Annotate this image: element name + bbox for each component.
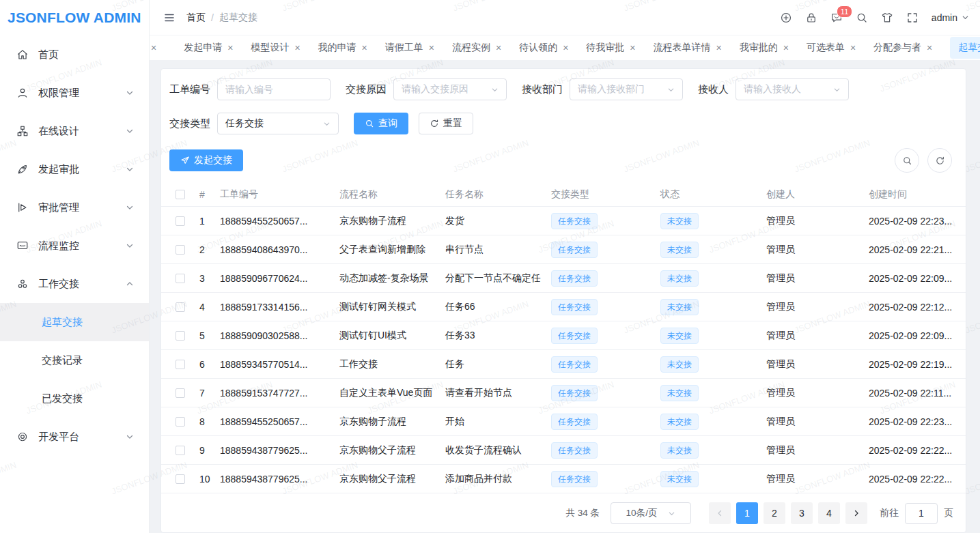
col-status: 状态 xyxy=(660,188,766,201)
breadcrumb-home[interactable]: 首页 xyxy=(186,12,206,24)
sidebar-item-permissions[interactable]: 权限管理 xyxy=(0,74,149,112)
handover-icon xyxy=(16,278,29,290)
row-created-time: 2025-02-09 22:11... xyxy=(869,388,959,399)
close-icon[interactable]: × xyxy=(294,43,300,53)
close-icon[interactable]: × xyxy=(850,43,856,53)
user-icon xyxy=(16,87,29,99)
chevron-down-icon xyxy=(126,165,134,173)
row-index: 1 xyxy=(199,216,220,227)
order-no-input[interactable] xyxy=(225,84,322,95)
status-badge: 未交接 xyxy=(660,213,699,229)
launch-handover-button[interactable]: 发起交接 xyxy=(169,149,243,171)
tab-draft-handover[interactable]: 起草交接× xyxy=(950,37,980,59)
row-task-name: 任务33 xyxy=(445,330,551,342)
tab-clipped[interactable]: × xyxy=(151,43,156,53)
reason-select[interactable]: 请输入交接原因 xyxy=(393,78,507,100)
chevron-right-icon xyxy=(852,509,860,517)
tab-process-form-detail[interactable]: 流程表单详情× xyxy=(654,42,722,54)
sidebar-subitem-label: 已发交接 xyxy=(42,392,83,405)
row-checkbox[interactable] xyxy=(176,302,185,312)
lock-icon[interactable] xyxy=(805,12,817,24)
page-button-3[interactable]: 3 xyxy=(791,502,813,524)
row-checkbox[interactable] xyxy=(176,360,185,369)
page-size-select[interactable]: 10条/页 xyxy=(611,502,691,524)
reset-button-label: 重置 xyxy=(443,117,462,130)
close-icon[interactable]: × xyxy=(630,43,635,53)
page-size-value: 10条/页 xyxy=(626,507,658,519)
close-icon[interactable]: × xyxy=(362,43,367,53)
theme-shirt-icon[interactable] xyxy=(881,12,893,24)
page-button-4[interactable]: 4 xyxy=(818,502,840,524)
tab-assign-participant[interactable]: 分配参与者× xyxy=(873,42,932,54)
tab-to-claim[interactable]: 待认领的× xyxy=(519,42,568,54)
tab-my-request[interactable]: 我的申请× xyxy=(318,42,367,54)
tab-selectable-form[interactable]: 可选表单× xyxy=(807,42,856,54)
sidebar-subitem-label: 交接记录 xyxy=(42,354,83,367)
table-row: 4 188859173314156... 测试钉钉网关模式 任务66 任务交接 … xyxy=(161,293,966,321)
close-icon[interactable]: × xyxy=(151,43,156,53)
page-button-1[interactable]: 1 xyxy=(736,502,758,524)
sidebar-item-online-design[interactable]: 在线设计 xyxy=(0,112,149,150)
circle-plus-icon[interactable] xyxy=(780,12,792,24)
user-menu[interactable]: admin xyxy=(932,12,969,23)
close-icon[interactable]: × xyxy=(783,43,789,53)
select-placeholder: 请输入接收部门 xyxy=(578,83,645,96)
goto-page-input[interactable] xyxy=(905,503,938,524)
next-page-button[interactable] xyxy=(845,502,867,524)
sidebar-item-process-monitor[interactable]: 流程监控 xyxy=(0,227,149,265)
sidebar-subitem-sent-handover[interactable]: 已发交接 xyxy=(0,379,149,418)
page-button-2[interactable]: 2 xyxy=(764,502,785,524)
tab-leave-order[interactable]: 请假工单× xyxy=(385,42,434,54)
table-search-button[interactable] xyxy=(895,148,919,173)
fullscreen-icon[interactable] xyxy=(906,12,919,24)
prev-page-button[interactable] xyxy=(709,502,731,524)
dept-select[interactable]: 请输入接收部门 xyxy=(570,78,683,100)
sidebar-item-home[interactable]: 首页 xyxy=(0,35,149,74)
sidebar-item-launch-approval[interactable]: 发起审批 xyxy=(0,150,149,188)
sidebar-item-work-handover[interactable]: 工作交接 xyxy=(0,265,149,303)
select-placeholder: 请输入接收人 xyxy=(744,83,801,96)
row-checkbox[interactable] xyxy=(176,216,185,226)
search-icon[interactable] xyxy=(856,12,868,24)
sidebar-item-dev-platform[interactable]: 开发平台 xyxy=(0,418,149,456)
sidebar-subitem-handover-records[interactable]: 交接记录 xyxy=(0,341,149,379)
table-row: 3 188859096770624... 动态加减签-复杂场景 分配下一节点不确… xyxy=(161,264,966,293)
tab-launch-request[interactable]: 发起申请× xyxy=(184,42,233,54)
close-icon[interactable]: × xyxy=(227,43,233,53)
type-select[interactable]: 任务交接 xyxy=(217,113,339,134)
col-creator: 创建人 xyxy=(766,188,869,201)
sidebar-fold-icon[interactable] xyxy=(163,12,176,24)
row-created-time: 2025-02-09 22:09... xyxy=(869,330,959,341)
close-icon[interactable]: × xyxy=(716,43,722,53)
select-all-checkbox[interactable] xyxy=(176,190,185,199)
close-icon[interactable]: × xyxy=(927,43,932,53)
row-checkbox[interactable] xyxy=(176,331,185,341)
receiver-select[interactable]: 请输入接收人 xyxy=(736,78,849,100)
chevron-down-icon xyxy=(323,120,331,128)
reset-button[interactable]: 重置 xyxy=(419,113,473,134)
row-checkbox[interactable] xyxy=(176,388,185,398)
tab-model-design[interactable]: 模型设计× xyxy=(251,42,300,54)
close-icon[interactable]: × xyxy=(496,43,501,53)
row-task-name: 串行节点 xyxy=(445,244,551,256)
row-checkbox[interactable] xyxy=(176,474,185,484)
row-checkbox[interactable] xyxy=(176,417,185,427)
row-process-name: 京东购物父子流程 xyxy=(339,444,445,457)
row-checkbox[interactable] xyxy=(176,274,185,283)
sidebar-item-approval-mgmt[interactable]: 审批管理 xyxy=(0,188,149,227)
message-icon[interactable]: 11 xyxy=(830,12,843,24)
tab-to-approve[interactable]: 待我审批× xyxy=(586,42,635,54)
search-button[interactable]: 查询 xyxy=(354,113,408,134)
close-icon[interactable]: × xyxy=(429,43,434,53)
sidebar-subitem-draft-handover[interactable]: 起草交接 xyxy=(0,303,149,341)
sidebar-item-label: 发起审批 xyxy=(38,163,79,176)
tab-process-instance[interactable]: 流程实例× xyxy=(452,42,501,54)
row-process-name: 动态加减签-复杂场景 xyxy=(339,272,445,285)
row-checkbox[interactable] xyxy=(176,245,185,255)
row-index: 4 xyxy=(199,302,220,313)
table-refresh-button[interactable] xyxy=(927,148,952,173)
tab-approved-by-me[interactable]: 我审批的× xyxy=(740,42,789,54)
row-checkbox[interactable] xyxy=(176,446,185,455)
tab-label: 我的申请 xyxy=(318,42,356,54)
close-icon[interactable]: × xyxy=(563,43,568,53)
